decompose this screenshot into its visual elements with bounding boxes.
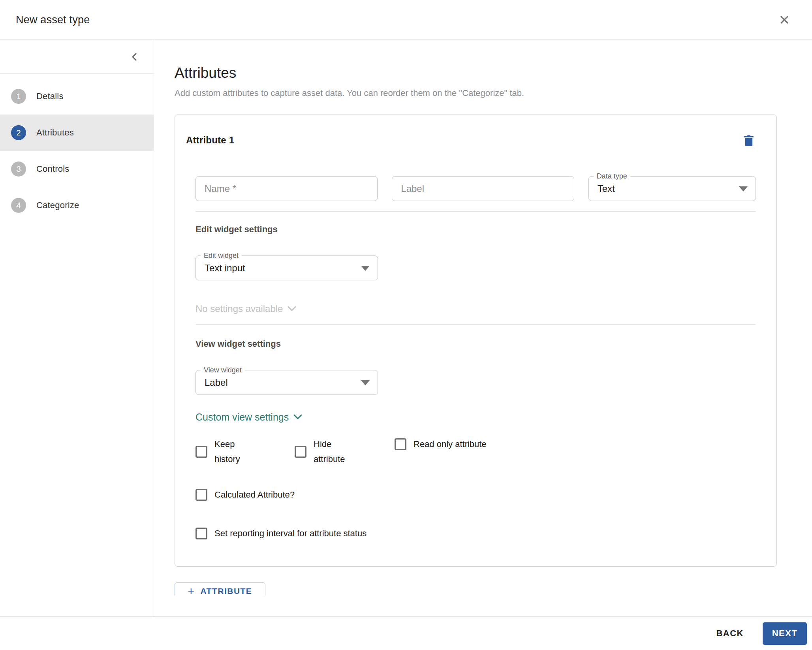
view-widget-label: View widget <box>201 366 245 374</box>
dialog-header: New asset type <box>0 0 812 40</box>
data-type-label: Data type <box>594 172 630 180</box>
attribute-card-title: Attribute 1 <box>186 135 234 146</box>
stepper-sidebar: 1 Details 2 Attributes 3 Controls 4 Cate… <box>0 40 154 616</box>
attribute-fields-row: Data type Text <box>195 176 756 201</box>
edit-widget-value: Text input <box>196 263 245 274</box>
delete-attribute-button[interactable] <box>741 132 757 148</box>
dialog-body: 1 Details 2 Attributes 3 Controls 4 Cate… <box>0 40 812 617</box>
dialog-footer: BACK NEXT <box>0 617 812 650</box>
chevron-left-icon <box>130 52 140 62</box>
sidebar-collapse-row <box>0 40 154 74</box>
collapse-sidebar-button[interactable] <box>130 52 140 62</box>
step-label: Categorize <box>36 200 79 210</box>
view-widget-value: Label <box>196 377 228 388</box>
data-type-value: Text <box>589 183 615 194</box>
checkbox-label: Read only attribute <box>414 437 487 452</box>
read-only-checkbox[interactable] <box>395 438 406 450</box>
no-settings-expander[interactable]: No settings available <box>195 302 296 316</box>
calculated-attribute-checkbox[interactable] <box>195 489 207 501</box>
back-button[interactable]: BACK <box>712 624 748 643</box>
close-icon <box>778 14 790 26</box>
main-scroll-area: Attributes Add custom attributes to capt… <box>154 40 812 596</box>
attribute-card-header: Attribute 1 <box>186 132 757 149</box>
view-options-row: Keep history Hide attribute Read only at… <box>195 437 756 467</box>
view-widget-settings-heading: View widget settings <box>195 338 756 349</box>
hide-attribute-option: Hide attribute <box>295 437 395 467</box>
sidebar-item-attributes[interactable]: 2 Attributes <box>0 115 154 151</box>
next-button[interactable]: NEXT <box>763 622 807 645</box>
no-settings-text: No settings available <box>195 303 283 314</box>
main-content: Attributes Add custom attributes to capt… <box>154 40 812 616</box>
step-label: Controls <box>36 164 70 174</box>
page-subtitle: Add custom attributes to capture asset d… <box>175 88 777 99</box>
name-field <box>195 176 378 201</box>
close-button[interactable] <box>776 12 792 28</box>
custom-view-settings-toggle[interactable]: Custom view settings <box>195 410 302 424</box>
stepper-steps: 1 Details 2 Attributes 3 Controls 4 Cate… <box>0 78 154 224</box>
caret-down-icon <box>361 380 370 385</box>
checkbox-label: Hide attribute <box>314 437 358 467</box>
sidebar-item-categorize[interactable]: 4 Categorize <box>0 187 154 224</box>
page-title: Attributes <box>175 64 812 82</box>
trash-icon <box>742 133 755 147</box>
attribute-card: Attribute 1 <box>175 115 777 567</box>
step-number-badge: 2 <box>11 125 26 140</box>
edit-widget-select[interactable]: Edit widget Text input <box>195 255 378 280</box>
view-widget-select[interactable]: View widget Label <box>195 370 378 395</box>
plus-icon: + <box>188 586 195 596</box>
divider <box>195 211 756 212</box>
caret-down-icon <box>739 186 748 192</box>
reporting-interval-checkbox[interactable] <box>195 528 207 539</box>
edit-widget-label: Edit widget <box>201 252 242 259</box>
chevron-down-icon <box>293 414 302 420</box>
add-attribute-label: ATTRIBUTE <box>200 586 252 596</box>
reporting-interval-option: Set reporting interval for attribute sta… <box>195 526 756 541</box>
caret-down-icon <box>361 266 370 271</box>
checkbox-label: Calculated Attribute? <box>214 487 295 502</box>
add-attribute-button[interactable]: + ATTRIBUTE <box>175 582 265 596</box>
new-asset-type-dialog: New asset type 1 Details <box>0 0 812 650</box>
data-type-select[interactable]: Data type Text <box>588 176 756 201</box>
label-field <box>392 176 574 201</box>
dialog-title: New asset type <box>16 14 90 26</box>
edit-widget-settings-heading: Edit widget settings <box>195 224 756 235</box>
step-number-badge: 3 <box>11 162 26 177</box>
step-label: Details <box>36 91 64 101</box>
calculated-attribute-option: Calculated Attribute? <box>195 487 756 502</box>
custom-view-settings-text: Custom view settings <box>195 411 289 423</box>
hide-attribute-checkbox[interactable] <box>295 446 306 458</box>
sidebar-item-details[interactable]: 1 Details <box>0 78 154 115</box>
label-input[interactable] <box>392 183 573 194</box>
keep-history-option: Keep history <box>195 437 295 467</box>
sidebar-item-controls[interactable]: 3 Controls <box>0 151 154 187</box>
divider <box>195 324 756 325</box>
checkbox-label: Set reporting interval for attribute sta… <box>214 526 367 541</box>
keep-history-checkbox[interactable] <box>195 446 207 458</box>
chevron-down-icon <box>288 306 296 312</box>
checkbox-label: Keep history <box>214 437 259 467</box>
name-input[interactable] <box>196 183 377 194</box>
step-number-badge: 4 <box>11 198 26 213</box>
step-number-badge: 1 <box>11 89 26 104</box>
step-label: Attributes <box>36 128 74 138</box>
read-only-option: Read only attribute <box>395 437 487 452</box>
